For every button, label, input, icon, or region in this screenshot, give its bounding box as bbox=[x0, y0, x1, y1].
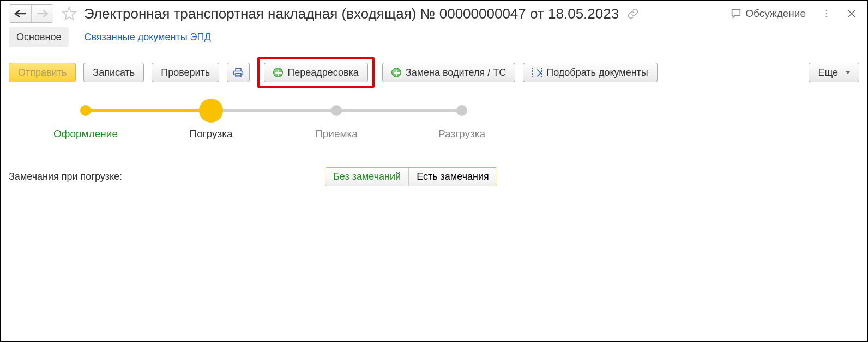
kebab-menu-icon[interactable] bbox=[820, 7, 833, 20]
plus-icon bbox=[273, 68, 283, 77]
pick-documents-button[interactable]: Подобрать документы bbox=[523, 63, 658, 82]
step-label: Погрузка bbox=[189, 128, 232, 140]
plus-icon bbox=[391, 68, 401, 77]
process-stepper: Оформление Погрузка Приемка Разгрузка bbox=[1, 92, 867, 145]
has-remarks-button[interactable]: Есть замечания bbox=[408, 168, 497, 186]
highlighted-readdress: Переадресовка bbox=[257, 57, 375, 88]
step-dot bbox=[331, 105, 342, 116]
close-icon[interactable] bbox=[845, 7, 858, 20]
tab-main[interactable]: Основное bbox=[9, 27, 69, 47]
remarks-toggle-group: Без замечаний Есть замечания bbox=[325, 167, 497, 186]
print-button[interactable] bbox=[227, 63, 250, 82]
replace-driver-button[interactable]: Замена водителя / ТС bbox=[382, 63, 515, 82]
loading-remarks-row: Замечания при погрузке: Без замечаний Ес… bbox=[1, 145, 867, 186]
window-controls bbox=[820, 7, 858, 20]
titlebar: Электронная транспортная накладная (вход… bbox=[1, 1, 867, 25]
nav-back-button[interactable] bbox=[9, 5, 31, 22]
more-menu-button[interactable]: Еще bbox=[809, 63, 859, 82]
replace-driver-label: Замена водителя / ТС bbox=[406, 67, 506, 78]
step-label[interactable]: Оформление bbox=[53, 128, 118, 140]
discuss-label: Обсуждение bbox=[745, 8, 806, 20]
svg-point-0 bbox=[826, 10, 828, 11]
nav-buttons bbox=[9, 4, 53, 23]
svg-point-1 bbox=[826, 13, 828, 15]
step-connector bbox=[211, 109, 336, 112]
step-oformlenie: Оформление bbox=[23, 105, 148, 140]
favorite-star-icon[interactable] bbox=[61, 5, 77, 22]
arrow-left-icon bbox=[14, 10, 26, 17]
toolbar: Отправить Записать Проверить Переадресов… bbox=[1, 47, 867, 92]
document-window: Электронная транспортная накладная (вход… bbox=[0, 0, 868, 342]
step-dot bbox=[199, 99, 223, 123]
no-remarks-button[interactable]: Без замечаний bbox=[326, 168, 408, 186]
step-label: Разгрузка bbox=[438, 128, 485, 140]
select-doc-icon bbox=[532, 68, 542, 77]
chat-icon bbox=[730, 8, 742, 20]
pick-documents-label: Подобрать документы bbox=[546, 67, 648, 78]
save-button[interactable]: Записать bbox=[83, 63, 144, 82]
svg-point-2 bbox=[826, 16, 828, 17]
nav-forward-button[interactable] bbox=[31, 5, 53, 22]
step-dot bbox=[80, 105, 91, 116]
discuss-button[interactable]: Обсуждение bbox=[730, 8, 806, 20]
check-button[interactable]: Проверить bbox=[152, 63, 219, 82]
step-dot bbox=[456, 105, 467, 116]
loading-remarks-label: Замечания при погрузке: bbox=[9, 171, 314, 182]
step-label: Приемка bbox=[315, 128, 358, 140]
printer-icon bbox=[233, 67, 244, 78]
step-connector bbox=[86, 109, 211, 112]
page-tabs: Основное Связанные документы ЭПД bbox=[1, 25, 867, 47]
arrow-right-icon bbox=[37, 10, 49, 17]
page-title: Электронная транспортная накладная (вход… bbox=[84, 5, 619, 22]
tab-related-documents[interactable]: Связанные документы ЭПД bbox=[76, 27, 218, 47]
readdress-button[interactable]: Переадресовка bbox=[264, 63, 368, 82]
step-connector bbox=[336, 109, 462, 112]
readdress-label: Переадресовка bbox=[287, 67, 359, 78]
link-icon[interactable] bbox=[626, 7, 640, 20]
send-button[interactable]: Отправить bbox=[9, 63, 76, 82]
